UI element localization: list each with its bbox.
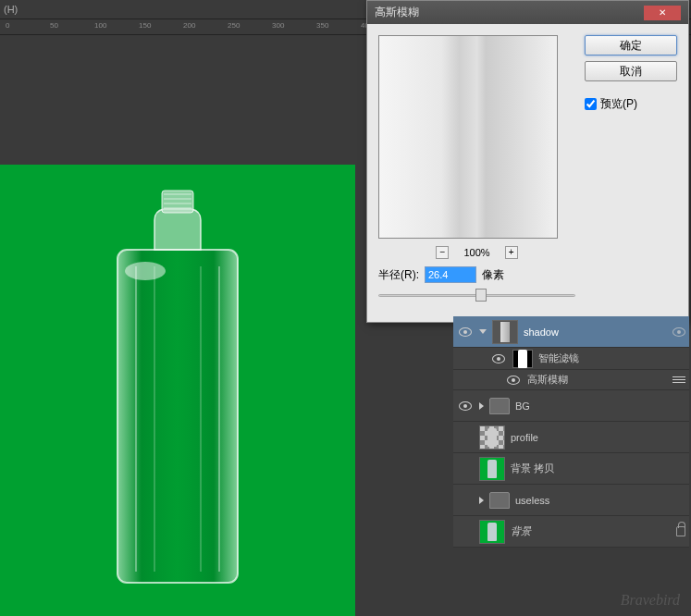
layer-row-background[interactable]: 背景: [453, 516, 689, 548]
layer-thumb: [479, 457, 505, 481]
visibility-toggle[interactable]: [459, 433, 472, 442]
ruler-tick: 250: [228, 21, 240, 30]
eye-icon[interactable]: [492, 354, 505, 363]
zoom-in-button[interactable]: +: [505, 246, 518, 259]
folder-icon: [489, 398, 510, 414]
eye-icon[interactable]: [459, 327, 472, 337]
layers-panel: shadow 智能滤镜 高斯模糊 BG profile 背景 拷贝 useles…: [453, 316, 689, 548]
layer-name[interactable]: 背景: [511, 524, 671, 538]
layer-name[interactable]: shadow: [524, 326, 667, 338]
layer-row-shadow[interactable]: shadow: [453, 316, 689, 348]
slider-thumb[interactable]: [475, 289, 487, 302]
layer-thumb: [479, 520, 505, 544]
visibility-toggle[interactable]: [459, 496, 472, 505]
ruler-tick: 200: [183, 21, 195, 30]
zoom-out-button[interactable]: −: [436, 246, 449, 259]
preview-checkbox-row[interactable]: 预览(P): [585, 96, 677, 112]
filter-options-icon[interactable]: [672, 376, 685, 383]
chevron-right-icon[interactable]: [479, 402, 484, 410]
canvas[interactable]: [0, 165, 355, 616]
layer-name[interactable]: useless: [515, 495, 685, 506]
ok-button[interactable]: 确定: [585, 35, 677, 55]
layer-name[interactable]: 智能滤镜: [538, 351, 685, 365]
layer-name[interactable]: BG: [515, 400, 685, 412]
ruler-tick: 100: [94, 21, 106, 30]
eye-icon[interactable]: [507, 376, 520, 385]
ruler-tick: 350: [316, 21, 328, 30]
radius-slider[interactable]: [378, 287, 575, 305]
layer-name[interactable]: 背景 拷贝: [511, 462, 685, 475]
signature: Bravebird: [621, 592, 680, 609]
chevron-down-icon[interactable]: [479, 329, 487, 334]
ruler-tick: 150: [139, 21, 151, 30]
preview-area[interactable]: [378, 35, 558, 239]
layer-thumb: [479, 425, 505, 450]
preview-checkbox[interactable]: [585, 98, 597, 110]
chevron-right-icon[interactable]: [479, 497, 484, 504]
layer-row-gaussian[interactable]: 高斯模糊: [453, 370, 689, 390]
folder-icon: [489, 492, 510, 509]
close-icon[interactable]: ✕: [644, 6, 681, 20]
dialog-titlebar[interactable]: 高斯模糊 ✕: [367, 1, 688, 24]
layer-row-useless[interactable]: useless: [453, 485, 689, 516]
visibility-toggle[interactable]: [459, 527, 472, 536]
layer-name[interactable]: 高斯模糊: [527, 373, 667, 387]
ruler-tick: 50: [50, 21, 58, 30]
layer-row-bgcopy[interactable]: 背景 拷贝: [453, 453, 689, 485]
ruler-tick: 300: [272, 21, 284, 30]
layer-name[interactable]: profile: [511, 432, 685, 443]
gaussian-blur-dialog: 高斯模糊 ✕ − 100% + 半径(R): 像素 确定 取消: [366, 0, 689, 323]
menu-help[interactable]: (H): [4, 4, 18, 15]
zoom-percent: 100%: [463, 247, 489, 258]
svg-point-6: [125, 262, 166, 280]
cancel-button[interactable]: 取消: [585, 61, 677, 81]
filter-toggle-icon[interactable]: [672, 327, 685, 337]
lock-icon[interactable]: [676, 526, 685, 536]
radius-label: 半径(R):: [378, 267, 419, 283]
layer-row-profile[interactable]: profile: [453, 422, 689, 453]
radius-unit: 像素: [482, 267, 504, 283]
layer-row-smartfilter[interactable]: 智能滤镜: [453, 348, 689, 370]
eye-icon[interactable]: [459, 401, 472, 411]
ruler-tick: 0: [6, 21, 9, 30]
layer-thumb: [492, 320, 518, 344]
radius-input[interactable]: [425, 266, 476, 283]
filter-mask-thumb: [512, 350, 533, 368]
preview-label: 预览(P): [600, 96, 637, 112]
dialog-title-text: 高斯模糊: [375, 5, 419, 20]
visibility-toggle[interactable]: [459, 464, 472, 474]
bottle-image: [90, 183, 265, 590]
layer-row-bg[interactable]: BG: [453, 390, 689, 422]
